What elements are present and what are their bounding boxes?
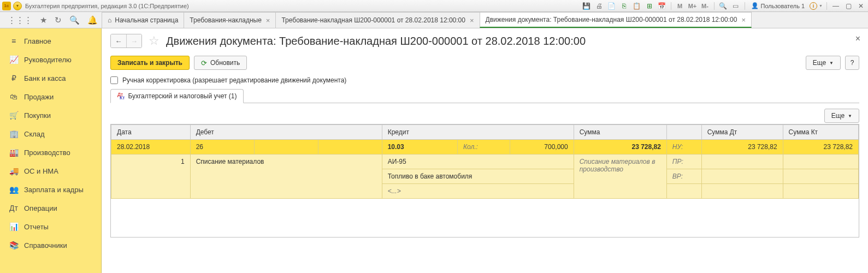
sidebar-label: Покупки	[24, 111, 51, 120]
manual-edit-checkbox[interactable]	[110, 76, 118, 84]
sidebar-label: Руководителю	[24, 56, 72, 64]
favorite-star-icon[interactable]: ★	[40, 15, 47, 25]
sidebar-item-10[interactable]: 📊Отчеты	[0, 217, 101, 236]
page-header: ← → ☆ Движения документа: Требование-нак…	[110, 34, 859, 48]
cell-sum-kt: 23 728,82	[783, 140, 858, 155]
user-icon: 👤	[751, 2, 759, 9]
window-list-icon[interactable]: ▭	[731, 1, 741, 11]
calendar-icon[interactable]: 📅	[657, 1, 667, 11]
cell	[701, 184, 783, 199]
tab-1[interactable]: Требования-накладные×	[184, 12, 276, 28]
col-tag[interactable]	[666, 125, 701, 140]
nav-forward-button[interactable]: →	[126, 34, 141, 48]
cell-tag: НУ:	[666, 140, 701, 155]
cell-debit-acc: 26	[190, 140, 254, 155]
save-disk-icon[interactable]: 💾	[582, 1, 592, 11]
tab-close-icon[interactable]: ×	[266, 16, 270, 25]
col-credit[interactable]: Кредит	[382, 125, 574, 140]
tab-close-icon[interactable]: ×	[741, 16, 746, 24]
refresh-button[interactable]: ⟳ Обновить	[194, 56, 247, 70]
grid-more-button[interactable]: Еще ▼	[824, 109, 859, 123]
minimize-button[interactable]: —	[831, 1, 841, 11]
cell	[254, 140, 318, 155]
sidebar-label: ОС и НМА	[24, 167, 58, 175]
zoom-icon[interactable]: 🔍	[718, 1, 728, 11]
memory-mminus-button[interactable]: M-	[700, 1, 710, 11]
col-sum-dt[interactable]: Сумма Дт	[701, 125, 783, 140]
tab-0[interactable]: ⌂Начальная страница	[102, 12, 184, 28]
app-title: Бухгалтерия предприятия, редакция 3.0 (1…	[25, 3, 189, 9]
sidebar-item-9[interactable]: ДтОперации	[0, 199, 101, 217]
col-debit[interactable]: Дебет	[190, 125, 382, 140]
close-button[interactable]: ✕	[856, 1, 866, 11]
table-row[interactable]: 1 Списание материалов АИ-95 Списание мат…	[111, 155, 859, 169]
nav-back-button[interactable]: ←	[111, 34, 126, 48]
sidebar-item-1[interactable]: 📈Руководителю	[0, 50, 101, 69]
sidebar-item-2[interactable]: ₽Банк и касса	[0, 69, 101, 87]
user-menu[interactable]: 👤 Пользователь 1	[749, 2, 807, 9]
tab-3[interactable]: Движения документа: Требование-накладная…	[480, 12, 752, 28]
refresh-icon: ⟳	[201, 59, 207, 67]
chevron-down-icon: ▼	[829, 61, 834, 66]
content-area: × ← → ☆ Движения документа: Требование-н…	[102, 28, 868, 273]
favorite-toggle-icon[interactable]: ☆	[149, 34, 160, 48]
memory-mplus-button[interactable]: M+	[688, 1, 698, 11]
cell-n: 1	[111, 155, 191, 199]
tab-2[interactable]: Требование-накладная Ш200-000001 от 28.0…	[275, 12, 480, 28]
sidebar-label: Продажи	[24, 93, 54, 101]
cell	[783, 155, 858, 169]
search-icon[interactable]: 🔍	[69, 15, 80, 25]
info-dropdown-icon[interactable]: ▼	[819, 4, 823, 8]
cell-tag: ВР:	[666, 169, 701, 184]
action-toolbar: Записать и закрыть ⟳ Обновить Еще ▼ ?	[110, 56, 859, 70]
tab-label: Движения документа: Требование-накладная…	[486, 16, 737, 23]
col-date[interactable]: Дата	[111, 125, 191, 140]
calculator-icon[interactable]: ⊞	[645, 1, 654, 11]
table-row[interactable]: 28.02.2018 26 10.03 Кол.: 700,000 23 728…	[111, 140, 859, 155]
sidebar-item-3[interactable]: 🛍Продажи	[0, 87, 101, 106]
debit-credit-icon: ДтКт	[117, 92, 125, 100]
user-label: Пользователь 1	[761, 3, 805, 9]
apps-grid-icon[interactable]: ⋮⋮⋮	[8, 15, 32, 25]
movements-grid: Дата Дебет Кредит Сумма Сумма Дт Сумма К…	[110, 124, 859, 238]
cell-qty: 700,000	[510, 140, 574, 155]
sidebar-item-6[interactable]: 🏭Производство	[0, 143, 101, 162]
sub-tab-accounting[interactable]: ДтКт Бухгалтерский и налоговый учет (1)	[110, 89, 244, 103]
maximize-button[interactable]: ▢	[843, 1, 853, 11]
sidebar-item-5[interactable]: 🏢Склад	[0, 124, 101, 143]
manual-edit-row: Ручная корректировка (разрешает редактир…	[110, 76, 859, 84]
clipboard-icon[interactable]: 📋	[632, 1, 642, 11]
cell-credit-desc: АИ-95	[382, 155, 574, 169]
col-sum-kt[interactable]: Сумма Кт	[783, 125, 858, 140]
sidebar-label: Зарплата и кадры	[24, 186, 84, 194]
close-page-button[interactable]: ×	[855, 34, 860, 44]
cell-sum: 23 728,82	[574, 140, 666, 155]
sidebar-label: Банк и касса	[24, 74, 66, 82]
tab-label: Требование-накладная Ш200-000001 от 28.0…	[281, 16, 465, 24]
more-button[interactable]: Еще ▼	[806, 56, 841, 70]
history-icon[interactable]: ↻	[55, 15, 62, 25]
app-menu-dropdown[interactable]: ▼	[13, 2, 22, 10]
sidebar-item-4[interactable]: 🛒Покупки	[0, 106, 101, 124]
compare-icon[interactable]: ⎘	[619, 1, 629, 11]
sidebar-item-8[interactable]: 👥Зарплата и кадры	[0, 180, 101, 199]
sidebar-item-0[interactable]: ≡Главное	[0, 32, 101, 50]
grid-empty-space	[111, 199, 859, 237]
help-button[interactable]: ?	[845, 56, 859, 70]
tab-close-icon[interactable]: ×	[470, 16, 474, 25]
memory-m-button[interactable]: M	[675, 1, 685, 11]
col-sum[interactable]: Сумма	[574, 125, 666, 140]
sub-tab-label: Бухгалтерский и налоговый учет (1)	[128, 92, 237, 100]
sidebar-item-11[interactable]: 📚Справочники	[0, 236, 101, 254]
info-icon[interactable]: i	[810, 2, 817, 10]
cell-tag: ПР:	[666, 155, 701, 169]
print-icon[interactable]: 🖨	[594, 1, 604, 11]
sidebar-item-7[interactable]: 🚚ОС и НМА	[0, 162, 101, 180]
sidebar-label: Склад	[24, 130, 45, 138]
save-and-close-button[interactable]: Записать и закрыть	[110, 56, 190, 70]
tab-label: Начальная страница	[115, 16, 178, 24]
sidebar-icon: ₽	[9, 74, 19, 82]
document-icon[interactable]: 📄	[607, 1, 617, 11]
bell-icon[interactable]: 🔔	[87, 15, 98, 25]
cell-debit-desc: Списание материалов	[190, 155, 382, 199]
